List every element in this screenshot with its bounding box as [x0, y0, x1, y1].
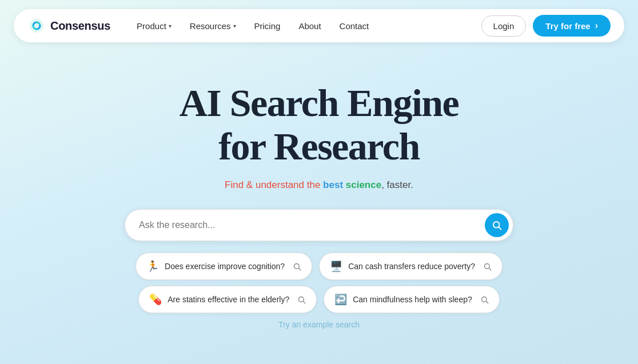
search-button[interactable]: [485, 213, 509, 237]
nav-item-pricing[interactable]: Pricing: [246, 17, 289, 35]
search-icon: [297, 295, 306, 304]
svg-line-5: [489, 268, 491, 270]
svg-line-1: [499, 227, 501, 230]
nav-item-contact[interactable]: Contact: [332, 17, 377, 35]
logo-text: Consensus: [50, 19, 110, 33]
login-button[interactable]: Login: [481, 15, 527, 37]
svg-line-7: [304, 301, 305, 303]
chip-statins[interactable]: 💊 Are statins effective in the elderly?: [138, 286, 317, 313]
mindfulness-icon: ↩️: [334, 293, 347, 306]
chevron-down-icon: ▾: [233, 23, 236, 29]
search-icon: [480, 295, 489, 304]
nav-actions: Login Try for free ›: [481, 15, 611, 37]
cash-icon: 🖥️: [330, 260, 342, 273]
nav-item-product[interactable]: Product ▾: [129, 17, 180, 35]
hero-title: AI Search Engine for Research: [180, 81, 459, 168]
nav-item-resources[interactable]: Resources ▾: [182, 17, 244, 35]
medicine-icon: 💊: [149, 293, 162, 306]
chip-cash[interactable]: 🖥️ Can cash transfers reduce poverty?: [319, 253, 503, 280]
chips-row-1: 🏃 Does exercise improve cognition? 🖥️ Ca…: [135, 253, 503, 280]
svg-line-9: [486, 301, 488, 303]
hero-subtitle: Find & understand the best science, fast…: [225, 179, 413, 191]
exercise-icon: 🏃: [146, 260, 159, 273]
try-free-button[interactable]: Try for free ›: [533, 15, 611, 37]
search-icon: [293, 262, 301, 271]
consensus-logo-icon: [27, 17, 46, 35]
try-example-link[interactable]: Try an example search: [278, 320, 360, 329]
search-container: [125, 209, 513, 241]
chips-container: 🏃 Does exercise improve cognition? 🖥️ Ca…: [135, 253, 503, 313]
search-icon: [492, 220, 502, 230]
nav-item-about[interactable]: About: [290, 17, 329, 35]
search-icon: [483, 262, 492, 271]
chip-exercise[interactable]: 🏃 Does exercise improve cognition?: [135, 253, 312, 280]
hero-section: AI Search Engine for Research Find & und…: [0, 51, 638, 329]
chevron-down-icon: ▾: [169, 23, 172, 29]
svg-line-3: [298, 268, 300, 270]
nav-links: Product ▾ Resources ▾ Pricing About Cont…: [129, 17, 481, 35]
navbar: Consensus Product ▾ Resources ▾ Pricing …: [14, 9, 624, 42]
arrow-icon: ›: [595, 21, 598, 31]
chip-mindfulness[interactable]: ↩️ Can mindfulness help with sleep?: [324, 286, 500, 313]
chips-row-2: 💊 Are statins effective in the elderly? …: [138, 286, 500, 313]
logo-area[interactable]: Consensus: [27, 17, 110, 35]
search-input[interactable]: [125, 209, 513, 241]
